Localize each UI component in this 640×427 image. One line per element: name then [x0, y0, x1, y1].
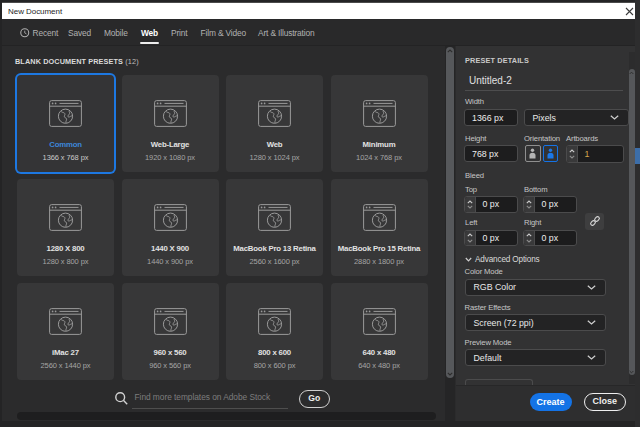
chevron-down-icon	[587, 320, 596, 325]
preset-card-1280-x-800[interactable]: 1280 X 800 1280 x 800 px	[17, 179, 114, 276]
color-mode-dropdown[interactable]: RGB Color	[465, 279, 606, 296]
preset-card-960-x-560[interactable]: 960 x 560 960 x 560 px	[122, 283, 219, 380]
search-icon	[114, 391, 129, 406]
bleed-bottom-arrows[interactable]	[524, 197, 535, 212]
bleed-top-label: Top	[465, 185, 477, 194]
landscape-person-icon	[546, 148, 555, 159]
preset-dimensions: 1024 x 768 px	[334, 153, 425, 162]
preset-icon-wrap	[331, 100, 428, 127]
tab-art-illustration[interactable]: Art & Illustration	[258, 19, 314, 46]
stepper-up-icon	[526, 200, 532, 204]
preset-icon-wrap	[122, 100, 219, 127]
preset-card-common[interactable]: Common 1366 x 768 px	[17, 75, 114, 172]
height-value: 768 px	[472, 146, 498, 161]
bleed-link-button[interactable]	[585, 213, 604, 230]
tab-mobile[interactable]: Mobile	[104, 19, 128, 46]
bleed-bottom-stepper[interactable]: 0 px	[523, 196, 577, 213]
bleed-top-arrows[interactable]	[465, 197, 476, 212]
tab-recent[interactable]: Recent	[33, 19, 59, 46]
artboards-stepper[interactable]: 1	[566, 145, 624, 163]
preset-dimensions: 2560 x 1440 px	[20, 361, 111, 370]
preset-card-web-large[interactable]: Web-Large 1920 x 1080 px	[122, 75, 219, 172]
raster-effects-label: Raster Effects	[465, 303, 511, 312]
preset-card-macbook-pro-13-retina[interactable]: MacBook Pro 13 Retina 2560 x 1600 px	[226, 179, 323, 276]
bleed-right-stepper[interactable]: 0 px	[523, 230, 577, 247]
new-document-dialog: New Document RecentSavedMobileWebPrintFi…	[0, 0, 640, 427]
stock-search-input[interactable]: Find more templates on Adobe Stock	[135, 390, 271, 405]
stepper-up-icon	[569, 149, 575, 153]
artboards-stepper-arrows[interactable]	[567, 146, 578, 162]
go-button[interactable]: Go	[299, 390, 331, 408]
preset-card-web[interactable]: Web 1280 x 1024 px	[226, 75, 323, 172]
presets-hscrollbar-thumb[interactable]	[17, 412, 436, 421]
preset-card-1440-x-900[interactable]: 1440 X 900 1440 x 900 px	[122, 179, 219, 276]
preset-name: Web	[229, 140, 320, 149]
scroll-up-icon	[447, 49, 453, 53]
active-tab-underline	[140, 42, 159, 44]
preset-card-800-x-600[interactable]: 800 x 600 800 x 600 px	[226, 283, 323, 380]
chevron-down-icon	[587, 355, 596, 360]
preset-card-macbook-pro-15-retina[interactable]: MacBook Pro 15 Retina 2880 x 1800 px	[331, 179, 428, 276]
orientation-portrait-button[interactable]	[525, 145, 541, 162]
preset-name: 640 x 480	[334, 348, 425, 357]
preset-icon-wrap	[17, 100, 114, 127]
preset-dimensions: 1280 x 800 px	[20, 257, 111, 266]
bleed-left-stepper[interactable]: 0 px	[464, 230, 518, 247]
width-input[interactable]: 1366 px	[464, 109, 518, 126]
document-name-underline	[465, 90, 623, 91]
browser-globe-icon	[258, 308, 291, 335]
window-close-button[interactable]	[620, 3, 638, 20]
tab-film-video[interactable]: Film & Video	[201, 19, 247, 46]
advanced-options-toggle[interactable]: Advanced Options	[465, 254, 540, 266]
bleed-left-label: Left	[465, 218, 477, 227]
preview-mode-dropdown[interactable]: Default	[465, 349, 606, 366]
details-scrollbar-thumb[interactable]	[629, 69, 635, 375]
window-title: New Document	[8, 3, 62, 20]
preset-details-heading: PRESET DETAILS	[465, 56, 529, 65]
preset-card-640-x-480[interactable]: 640 x 480 640 x 480 px	[331, 283, 428, 380]
raster-effects-value: Screen (72 ppi)	[474, 315, 534, 330]
bleed-left-value: 0 px	[476, 231, 517, 246]
bleed-left-arrows[interactable]	[465, 231, 476, 246]
preset-name: 1280 X 800	[20, 244, 111, 253]
preset-icon-wrap	[17, 308, 114, 335]
presets-heading-text: BLANK DOCUMENT PRESETS	[15, 57, 123, 66]
document-name-input[interactable]: Untitled-2	[469, 73, 512, 88]
tab-saved[interactable]: Saved	[68, 19, 91, 46]
preset-name: Common	[20, 140, 111, 149]
preset-dimensions: 1440 x 900 px	[125, 257, 216, 266]
orientation-landscape-button[interactable]	[543, 145, 559, 162]
stepper-down-icon	[526, 205, 532, 209]
stepper-down-icon	[526, 239, 532, 243]
tab-print[interactable]: Print	[171, 19, 187, 46]
height-label: Height	[465, 134, 486, 143]
preview-mode-label: Preview Mode	[465, 338, 512, 347]
preset-name: 1440 X 900	[125, 244, 216, 253]
chevron-down-icon	[587, 285, 596, 290]
preset-card-minimum[interactable]: Minimum 1024 x 768 px	[331, 75, 428, 172]
bleed-bottom-value: 0 px	[535, 197, 576, 212]
bleed-right-arrows[interactable]	[524, 231, 535, 246]
units-dropdown[interactable]: Pixels	[524, 109, 629, 126]
scroll-up-icon	[629, 71, 634, 75]
bleed-label: Bleed	[465, 171, 484, 180]
browser-globe-icon	[49, 100, 82, 127]
bleed-bottom-label: Bottom	[524, 185, 547, 194]
height-input[interactable]: 768 px	[464, 145, 518, 162]
preset-name: Web-Large	[125, 140, 216, 149]
browser-globe-icon	[154, 308, 187, 335]
browser-globe-icon	[258, 204, 291, 231]
stepper-up-icon	[467, 200, 473, 204]
raster-effects-dropdown[interactable]: Screen (72 ppi)	[465, 314, 606, 331]
create-button[interactable]: Create	[530, 393, 572, 411]
bleed-top-stepper[interactable]: 0 px	[464, 196, 518, 213]
preset-dimensions: 1366 x 768 px	[20, 153, 111, 162]
close-button[interactable]: Close	[584, 393, 626, 411]
presets-scrollbar-thumb[interactable]	[446, 47, 454, 378]
advanced-options-label: Advanced Options	[475, 255, 540, 264]
portrait-person-icon	[528, 148, 537, 159]
title-bar: New Document	[2, 2, 635, 19]
preset-dimensions: 1920 x 1080 px	[125, 153, 216, 162]
link-icon	[589, 215, 601, 227]
preset-card-imac-27[interactable]: iMac 27 2560 x 1440 px	[17, 283, 114, 380]
